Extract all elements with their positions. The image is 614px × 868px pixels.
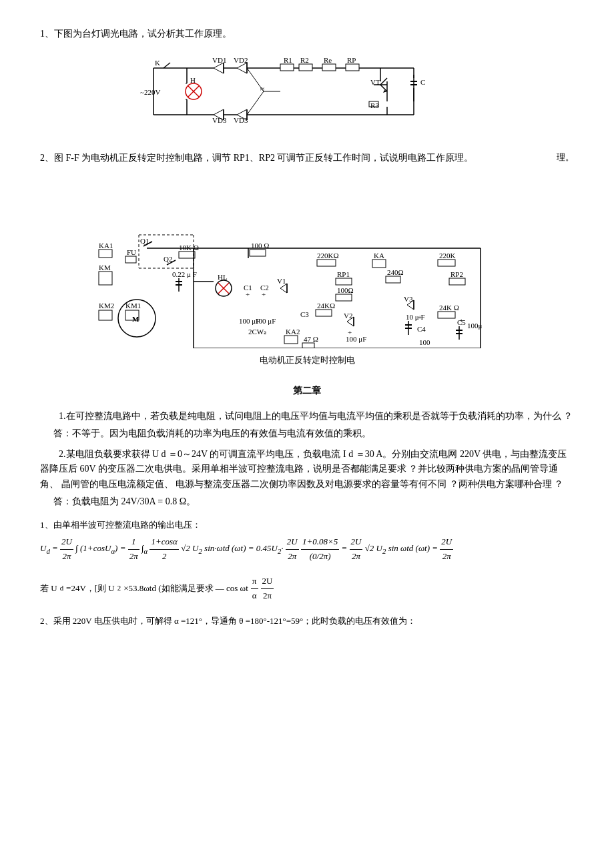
- svg-rect-112: [336, 278, 352, 285]
- section-1: 1、下图为台灯调光电路，试分析其工作原理。 ~220V K H VD1 VD2: [40, 27, 574, 135]
- circuit-2-caption: 电动机正反转定时控制电: [40, 354, 574, 368]
- problem-2: 2.某电阻负载要求获得 U d ＝0～24V 的可调直流平均电压，负载电流 I …: [40, 447, 574, 510]
- svg-rect-85: [179, 252, 195, 258]
- svg-rect-135: [438, 260, 455, 266]
- svg-text:VD2: VD2: [234, 56, 248, 64]
- svg-text:RP1: RP1: [337, 270, 350, 278]
- svg-text:C3: C3: [300, 310, 309, 318]
- svg-text:+: +: [246, 290, 250, 298]
- svg-rect-114: [336, 294, 352, 301]
- circuit-diagram-1: ~220V K H VD1 VD2 V: [133, 48, 481, 135]
- svg-text:KA2: KA2: [286, 328, 300, 336]
- svg-text:+: +: [418, 313, 422, 321]
- svg-text:100: 100: [419, 338, 430, 346]
- svg-text:24K Ω: 24K Ω: [439, 304, 459, 312]
- svg-text:24KΩ: 24KΩ: [317, 302, 335, 310]
- svg-text:KA: KA: [374, 252, 384, 260]
- svg-text:Q2: Q2: [164, 255, 172, 263]
- svg-line-49: [380, 85, 387, 91]
- svg-rect-116: [316, 310, 332, 316]
- svg-text:R3: R3: [370, 101, 379, 109]
- formula-intro: 1、由单相半波可控整流电路的输出电压：: [40, 518, 201, 532]
- svg-rect-72: [99, 310, 112, 320]
- svg-text:~220V: ~220V: [140, 88, 160, 96]
- svg-rect-139: [438, 312, 455, 318]
- svg-rect-70: [99, 272, 112, 285]
- problem-1: 1.在可控整流电路中，若负载是纯电阻，试问电阻上的电压平均值与电流平均值的乘积是…: [40, 409, 574, 442]
- svg-text:100Ω: 100Ω: [337, 286, 354, 294]
- svg-text:C: C: [420, 78, 425, 86]
- svg-text:Re: Re: [324, 56, 332, 64]
- section-2: 2、图 F-F 为电动机正反转定时控制电路，调节 RP1、RP2 可调节正反转工…: [40, 151, 574, 367]
- svg-text:100 μF: 100 μF: [255, 317, 276, 325]
- svg-rect-122: [372, 260, 386, 268]
- formula-ud2-eq: =24V，[则 U: [66, 582, 115, 596]
- svg-text:M: M: [132, 315, 139, 323]
- p1-question: 1.在可控整流电路中，若负载是纯电阻，试问电阻上的电压平均值与电流平均值的乘积是…: [40, 409, 574, 424]
- svg-rect-34: [299, 64, 312, 71]
- formula-ud: Ud = 2U 2π ∫ (1+cosUα) = 1 2π ∫α 1+cosα …: [40, 535, 453, 564]
- q2-end-note: 理。: [534, 151, 574, 165]
- svg-rect-137: [449, 278, 465, 285]
- svg-rect-32: [280, 64, 294, 71]
- svg-text:2CW₂: 2CW₂: [248, 328, 266, 336]
- svg-marker-17: [214, 63, 224, 73]
- svg-text:H: H: [190, 76, 196, 84]
- q2-title: 2、图 F-F 为电动机正反转定时控制电路，调节 RP1、RP2 可调节正反转工…: [40, 151, 534, 165]
- svg-text:+: +: [348, 328, 352, 336]
- formula-line-1: 1、由单相半波可控整流电路的输出电压： Ud = 2U 2π ∫ (1+cosU…: [40, 516, 574, 566]
- svg-text:VD1: VD1: [212, 56, 226, 64]
- svg-rect-36: [322, 64, 336, 71]
- svg-text:100μ: 100μ: [467, 322, 483, 330]
- svg-rect-95: [250, 250, 266, 256]
- svg-rect-38: [346, 64, 359, 71]
- svg-text:220K: 220K: [439, 252, 456, 260]
- svg-text:K: K: [155, 59, 160, 67]
- circuit-diagram-2: M KM KM2 KM1 KA1 FU Q1 Q2 10K Ω: [80, 171, 534, 348]
- svg-text:R2: R2: [300, 56, 309, 64]
- formula-ud2-sub: d: [60, 582, 63, 594]
- svg-text:+: +: [262, 290, 266, 298]
- formula-section: 1、由单相半波可控整流电路的输出电压： Ud = 2U 2π ∫ (1+cosU…: [40, 516, 574, 631]
- svg-text:+: +: [459, 316, 463, 324]
- svg-line-5: [164, 63, 170, 68]
- svg-text:FU: FU: [127, 248, 136, 256]
- svg-rect-124: [386, 276, 400, 283]
- svg-text:V1: V1: [277, 277, 286, 285]
- svg-rect-105: [284, 336, 298, 344]
- svg-text:RP2: RP2: [450, 270, 463, 278]
- svg-text:C4: C4: [417, 325, 426, 333]
- svg-text:KM2: KM2: [99, 302, 114, 310]
- chapter-section: 第二章 1.在可控整流电路中，若负载是纯电阻，试问电阻上的电压平均值与电流平均值…: [40, 384, 574, 632]
- svg-rect-78: [125, 256, 136, 263]
- svg-marker-101: [280, 284, 287, 293]
- svg-rect-76: [99, 250, 112, 258]
- formula-line-2: 若 U d =24V，[则 U 2 ×53.8ωtd (如能满足要求 — cos…: [40, 572, 574, 606]
- svg-text:VD3: VD3: [234, 116, 248, 124]
- svg-text:KA1: KA1: [99, 242, 113, 250]
- p2-answer: 答：负载电阻为 24V/30A = 0.8 Ω。: [53, 494, 574, 509]
- svg-text:KM: KM: [99, 264, 111, 272]
- svg-line-65: [247, 91, 264, 115]
- svg-text:47 Ω: 47 Ω: [304, 335, 318, 343]
- formula-ud2-intro: 若 U: [40, 582, 57, 596]
- svg-text:VD3: VD3: [212, 116, 227, 124]
- svg-text:R1: R1: [284, 56, 292, 64]
- p2-question: 2.某电阻负载要求获得 U d ＝0～24V 的可调直流平均电压，负载电流 I …: [40, 447, 574, 492]
- formula-final: 2、采用 220V 电压供电时，可解得 α =121°，导通角 θ =180°-…: [40, 612, 574, 631]
- svg-text:KM1: KM1: [125, 302, 141, 310]
- svg-text:HL: HL: [218, 273, 228, 281]
- svg-marker-19: [237, 63, 247, 73]
- svg-text:RP: RP: [347, 56, 356, 64]
- svg-text:10 μ F: 10 μ F: [406, 313, 425, 321]
- q1-title: 1、下图为台灯调光电路，试分析其工作原理。: [40, 27, 574, 41]
- svg-text:10K Ω: 10K Ω: [179, 244, 199, 252]
- svg-rect-108: [302, 343, 314, 348]
- p1-answer: 答：不等于。因为电阻负载消耗的功率为电压的有效值与电流有效值的乘积。: [53, 426, 574, 441]
- svg-rect-110: [317, 260, 336, 266]
- svg-line-48: [380, 78, 387, 85]
- svg-text:240Ω: 240Ω: [387, 268, 404, 276]
- chapter-title: 第二章: [40, 384, 574, 398]
- svg-line-64: [247, 68, 264, 91]
- svg-text:220KΩ: 220KΩ: [317, 252, 339, 260]
